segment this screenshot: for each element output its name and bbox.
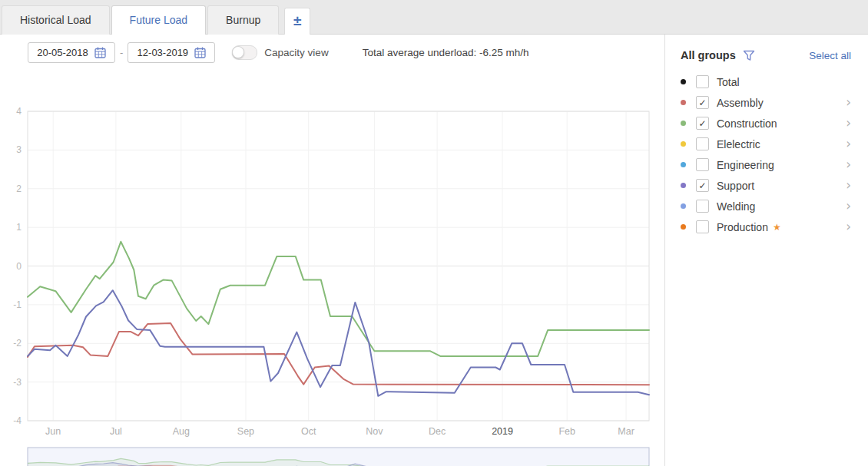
add-tab-button[interactable]: ±	[284, 8, 310, 35]
svg-text:Aug: Aug	[173, 426, 190, 437]
group-label: Welding	[717, 200, 755, 213]
svg-text:Oct: Oct	[301, 426, 316, 437]
svg-text:Mar: Mar	[618, 426, 634, 437]
tab-future-load[interactable]: Future Load	[111, 5, 207, 35]
chevron-right-icon[interactable]: ›	[846, 137, 851, 150]
chart-panel: 20-05-2018 - 12-03-2019	[0, 35, 665, 466]
capacity-view-label: Capacity view	[264, 47, 328, 58]
svg-text:1: 1	[16, 222, 22, 233]
chart-navigator[interactable]: JunJulAugSepOctNovDec2019FebMar	[0, 445, 665, 466]
chevron-right-icon[interactable]: ›	[846, 220, 851, 233]
chevron-right-icon[interactable]: ›	[846, 200, 851, 213]
series-line-construction	[28, 242, 649, 356]
date-to-input[interactable]: 12-03-2019	[128, 42, 215, 63]
tab-historical-load[interactable]: Historical Load	[2, 5, 110, 35]
chevron-right-icon[interactable]: ›	[846, 96, 851, 109]
sidebar-header: All groups Select all	[681, 46, 851, 64]
select-all-link[interactable]: Select all	[809, 50, 851, 61]
group-color-dot	[681, 162, 686, 167]
group-color-dot	[681, 121, 686, 126]
group-color-dot	[681, 79, 686, 84]
group-label: Total	[717, 76, 740, 88]
tab-list: Historical LoadFuture LoadBurnup	[2, 5, 280, 34]
group-label: Support	[717, 180, 754, 192]
tab-burnup[interactable]: Burnup	[207, 5, 279, 35]
group-color-dot	[681, 141, 686, 147]
date-from-input[interactable]: 20-05-2018	[28, 42, 115, 63]
svg-text:-3: -3	[13, 377, 22, 388]
group-checkbox-engineering[interactable]	[696, 158, 709, 171]
svg-text:Jul: Jul	[110, 426, 122, 437]
sidebar-title: All groups	[681, 49, 736, 61]
tab-bar: Historical LoadFuture LoadBurnup ±	[0, 0, 868, 35]
group-row-engineering[interactable]: Engineering›	[681, 154, 851, 175]
average-underload-summary: Total average underload: -6.25 mh/h	[363, 47, 529, 58]
date-from-value: 20-05-2018	[37, 47, 88, 58]
group-color-dot	[681, 183, 686, 188]
group-label: Assembly	[717, 97, 764, 109]
group-row-production[interactable]: Production★›	[681, 216, 851, 237]
group-label: Production	[717, 221, 768, 233]
svg-text:Nov: Nov	[366, 426, 383, 437]
group-row-assembly[interactable]: ✓Assembly›	[681, 92, 851, 113]
svg-text:0: 0	[16, 261, 22, 272]
group-color-dot	[681, 224, 686, 230]
group-list: Total✓Assembly›✓Construction›Elelectric›…	[681, 71, 851, 237]
chevron-right-icon[interactable]: ›	[846, 117, 851, 130]
svg-text:-4: -4	[13, 415, 22, 426]
group-checkbox-welding[interactable]	[696, 200, 709, 213]
group-checkbox-total[interactable]	[696, 75, 709, 88]
date-to-value: 12-03-2019	[137, 47, 189, 58]
svg-text:3: 3	[16, 144, 22, 155]
group-row-elelectric[interactable]: Elelectric›	[681, 134, 851, 154]
group-label: Elelectric	[717, 138, 760, 150]
group-label: Construction	[717, 117, 777, 130]
svg-text:-2: -2	[13, 338, 22, 349]
calendar-icon	[194, 47, 206, 58]
group-row-welding[interactable]: Welding›	[681, 196, 851, 216]
svg-text:2: 2	[16, 183, 22, 194]
svg-text:-1: -1	[13, 299, 22, 310]
svg-text:Dec: Dec	[429, 426, 446, 437]
group-checkbox-support[interactable]: ✓	[696, 179, 709, 192]
group-checkbox-construction[interactable]: ✓	[696, 117, 709, 130]
group-row-total[interactable]: Total	[681, 71, 851, 92]
group-row-construction[interactable]: ✓Construction›	[681, 113, 851, 134]
main-chart: 43210-1-2-3-4JunJulAugSepOctNovDec2019Fe…	[0, 104, 665, 440]
calendar-icon	[94, 47, 106, 58]
star-icon: ★	[773, 222, 781, 233]
date-range-separator: -	[120, 47, 123, 58]
chart-toolbar: 20-05-2018 - 12-03-2019	[28, 41, 660, 64]
svg-text:Feb: Feb	[558, 426, 575, 437]
group-color-dot	[681, 100, 686, 105]
chevron-right-icon[interactable]: ›	[846, 158, 851, 171]
group-checkbox-assembly[interactable]: ✓	[696, 96, 709, 109]
group-checkbox-elelectric[interactable]	[696, 137, 709, 150]
group-checkbox-production[interactable]	[696, 220, 709, 233]
series-line-assembly	[28, 323, 649, 385]
svg-text:2019: 2019	[492, 426, 513, 437]
chevron-right-icon[interactable]: ›	[846, 179, 851, 192]
svg-text:Jun: Jun	[45, 426, 61, 437]
group-label: Engineering	[717, 159, 774, 171]
toggle-knob	[232, 46, 244, 58]
funnel-icon[interactable]	[743, 50, 755, 61]
group-row-support[interactable]: ✓Support›	[681, 175, 851, 196]
svg-text:Sep: Sep	[237, 426, 254, 437]
groups-sidebar: All groups Select all Total✓Assembly›✓Co…	[666, 35, 868, 466]
group-color-dot	[681, 203, 686, 209]
content-area: 20-05-2018 - 12-03-2019	[0, 35, 868, 466]
future-load-app: Historical LoadFuture LoadBurnup ± 20-05…	[0, 0, 868, 466]
capacity-view-toggle[interactable]	[232, 45, 257, 60]
svg-text:4: 4	[16, 106, 22, 117]
